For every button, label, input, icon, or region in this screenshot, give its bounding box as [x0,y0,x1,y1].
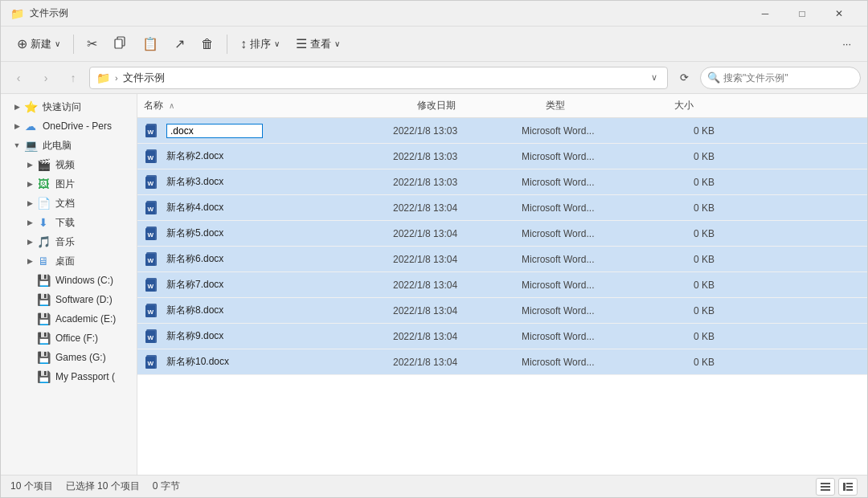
col-name-header[interactable]: 名称 ∧ [144,99,417,112]
file-type: Microsoft Word... [522,125,650,137]
copy-button[interactable] [107,33,133,55]
window-controls: ─ □ ✕ [747,1,858,27]
sidebar-item-downloads[interactable]: ▶ ⬇ 下载 [1,213,137,232]
sidebar-item-video[interactable]: ▶ 🎬 视频 [1,155,137,174]
sidebar-item-desktop[interactable]: ▶ 🖥 桌面 [1,251,137,271]
table-row[interactable]: W 新名称7.docx 2022/1/8 13:04 Microsoft Wor… [137,272,867,298]
table-row[interactable]: W 新名称2.docx 2022/1/8 13:03 Microsoft Wor… [137,144,867,169]
file-type: Microsoft Word... [522,357,650,368]
table-row[interactable]: W 新名称4.docx 2022/1/8 13:04 Microsoft Wor… [137,195,867,221]
sidebar-item-drive-f[interactable]: ▶ 💾 Office (F:) [1,329,137,348]
table-row[interactable]: W 新名称9.docx 2022/1/8 13:04 Microsoft Wor… [137,324,867,349]
details-view-button[interactable] [838,478,858,496]
delete-icon: 🗑 [201,37,214,51]
address-breadcrumb-separator: › [115,73,118,83]
view-button[interactable]: ☰ 查看 ∨ [289,33,346,55]
file-name-text: 新名称2.docx [166,149,223,163]
table-row[interactable]: W 新名称10.docx 2022/1/8 13:04 Microsoft Wo… [137,349,867,375]
share-button[interactable]: ↗ [168,33,191,55]
file-size: 0 KB [650,125,714,137]
col-size-header[interactable]: 大小 [674,99,739,112]
toolbar-separator-2 [227,35,227,54]
table-row[interactable]: W 新名称3.docx 2022/1/8 13:03 Microsoft Wor… [137,169,867,195]
cut-icon: ✂ [87,36,97,51]
sidebar-item-drive-d[interactable]: ▶ 💾 Software (D:) [1,290,137,309]
file-name-cell: W 新名称6.docx [144,251,393,268]
svg-text:W: W [148,360,154,367]
paste-button[interactable]: 📋 [136,33,165,55]
address-dropdown-icon[interactable]: ∨ [648,71,661,84]
status-total: 10 个项目 [10,480,53,493]
back-button[interactable]: ‹ [7,67,30,89]
sidebar-item-label: My Passport ( [55,371,130,382]
new-button[interactable]: ⊕ 新建 ∨ [10,33,67,55]
file-name-text: 新名称5.docx [166,227,223,240]
more-button[interactable]: ··· [836,35,858,53]
address-folder-icon: 📁 [96,71,110,84]
sidebar-item-label: Windows (C:) [55,275,130,286]
desktop-icon: 🖥 [36,254,51,268]
sidebar-item-onedrive[interactable]: ▶ ☁ OneDrive - Pers [1,116,137,136]
search-icon: 🔍 [707,71,720,84]
svg-rect-46 [846,483,853,484]
sidebar-item-drive-e[interactable]: ▶ 💾 Academic (E:) [1,309,137,329]
view-icon: ☰ [296,36,307,51]
table-row[interactable]: W 新名称6.docx 2022/1/8 13:04 Microsoft Wor… [137,247,867,272]
svg-text:W: W [148,308,154,316]
sidebar-item-images[interactable]: ▶ 🖼 图片 [1,174,137,194]
sidebar-item-documents[interactable]: ▶ 📄 文档 [1,194,137,213]
expand-icon: ▶ [10,120,23,133]
close-button[interactable]: ✕ [821,1,858,27]
forward-button[interactable]: › [35,67,57,89]
sidebar-item-quick-access[interactable]: ▶ ⭐ 快速访问 [1,97,137,116]
table-row[interactable]: W 新名称5.docx 2022/1/8 13:04 Microsoft Wor… [137,221,867,247]
col-date-header[interactable]: 修改日期 [417,99,546,112]
expand-icon: ▶ [23,216,36,229]
svg-rect-43 [821,486,830,488]
sidebar-item-drive-c[interactable]: ▶ 💾 Windows (C:) [1,271,137,290]
file-list-header: 名称 ∧ 修改日期 类型 大小 [137,94,867,118]
table-row[interactable]: W 新名称8.docx 2022/1/8 13:04 Microsoft Wor… [137,298,867,324]
search-box: 🔍 [700,67,861,89]
sidebar-item-music[interactable]: ▶ 🎵 音乐 [1,232,137,251]
file-name-cell: W 新名称5.docx [144,225,393,243]
file-icon: W [144,328,162,345]
file-name-cell: W [144,122,393,140]
file-size: 0 KB [650,280,714,291]
table-row[interactable]: W 2022/1/8 13:03 Microsoft Word... 0 KB [137,118,867,144]
sidebar-item-drive-g[interactable]: ▶ 💾 Games (G:) [1,348,137,367]
sidebar-item-my-passport[interactable]: ▶ 💾 My Passport ( [1,367,137,386]
status-right [816,478,858,496]
cut-button[interactable]: ✂ [80,33,104,55]
file-date: 2022/1/8 13:04 [393,254,522,265]
address-input[interactable]: 📁 › 文件示例 ∨ [89,67,668,89]
file-size: 0 KB [650,305,714,316]
sidebar-item-label: Games (G:) [55,352,130,363]
sort-indicator: ∧ [169,101,174,110]
file-date: 2022/1/8 13:04 [393,228,522,239]
toolbar: ⊕ 新建 ∨ ✂ 📋 ↗ 🗑 ↕ 排序 [1,27,867,62]
refresh-button[interactable]: ⟳ [673,67,695,89]
maximize-button[interactable]: □ [784,1,821,27]
file-size: 0 KB [650,202,714,214]
file-name-input[interactable] [166,124,263,138]
minimize-button[interactable]: ─ [747,1,784,27]
file-name-text: 新名称7.docx [166,278,223,292]
sidebar-item-this-pc[interactable]: ▼ 💻 此电脑 [1,136,137,155]
file-size: 0 KB [650,331,714,342]
expand-icon: ▶ [23,312,36,325]
sidebar-item-label: 视频 [55,158,130,172]
col-type-header[interactable]: 类型 [546,99,674,112]
file-icon: W [144,199,162,217]
sort-button[interactable]: ↕ 排序 ∨ [234,34,286,55]
svg-text:W: W [148,129,154,136]
up-button[interactable]: ↑ [62,67,84,89]
delete-button[interactable]: 🗑 [194,34,220,55]
sidebar-item-label: OneDrive - Pers [43,120,130,132]
title-bar: 📁 文件示例 ─ □ ✕ [1,1,867,27]
search-input[interactable] [723,72,854,84]
list-view-button[interactable] [816,478,835,496]
file-explorer-window: 📁 文件示例 ─ □ ✕ ⊕ 新建 ∨ ✂ 📋 [0,0,868,498]
expand-icon: ▶ [23,235,36,248]
sort-label: 排序 [250,37,271,51]
